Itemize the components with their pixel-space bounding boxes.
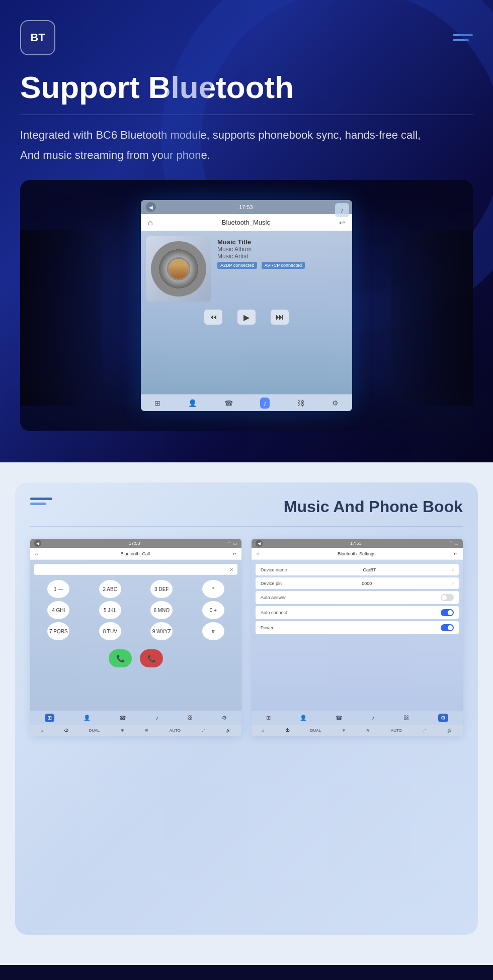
auto-answer-label: Auto answer xyxy=(261,595,286,600)
device-pin-value: 0000 xyxy=(362,581,372,586)
c-vol: 🔊 xyxy=(226,728,231,733)
call-link-icon[interactable]: ⛓ xyxy=(187,715,193,721)
bottom-section: Music And Phone Book ◀ 17:53 ⌃ ▭ ⌂ Bluet… xyxy=(0,462,493,965)
dial-key-3[interactable]: 3 DEF xyxy=(150,580,173,598)
music-player: Music Title Music Album Music Artist A2D… xyxy=(146,236,347,302)
page-title: Support Bluetooth xyxy=(20,70,473,105)
auto-connect-label: Auto connect xyxy=(261,610,287,615)
hamburger-icon[interactable] xyxy=(453,34,473,41)
s-grid-icon[interactable]: ⊞ xyxy=(266,715,271,721)
play-button[interactable]: ▶ xyxy=(237,310,256,325)
s-phone-icon[interactable]: ☎ xyxy=(336,715,343,721)
hangup-button[interactable]: 📞 xyxy=(140,649,163,667)
vinyl-center xyxy=(169,259,189,279)
car-left-panel xyxy=(20,230,102,406)
call-grid-icon[interactable]: ⊞ xyxy=(45,714,54,722)
call-back-btn[interactable]: ◀ xyxy=(34,540,41,547)
c-ac: ≋ xyxy=(145,728,148,733)
dial-key-1[interactable]: 1 — xyxy=(47,580,69,598)
device-pin-row[interactable]: Device pin 0000 › xyxy=(256,577,459,589)
phone-icon[interactable]: ☎ xyxy=(224,399,233,407)
power-toggle[interactable] xyxy=(441,624,454,631)
settings-back-icon[interactable]: ↩ xyxy=(454,551,458,556)
bottom-nav: ⊞ 👤 ☎ ♪ ⛓ ⚙ xyxy=(141,394,352,411)
call-screen: ◀ 17:53 ⌃ ▭ ⌂ Bluetooth_Call ↩ ✕ xyxy=(30,539,241,736)
contact-icon[interactable]: 👤 xyxy=(188,399,197,407)
s-music-icon[interactable]: ♪ xyxy=(372,715,375,721)
vinyl-record xyxy=(151,241,206,297)
auto-connect-toggle[interactable] xyxy=(441,609,454,616)
device-name-row[interactable]: Device name CarBT › xyxy=(256,564,459,575)
subtitle-line1: Integrated with BC6 Bluetooth module, su… xyxy=(20,129,421,141)
dial-key-8[interactable]: 8 TUV xyxy=(99,622,121,640)
power-label: Power xyxy=(261,625,274,630)
call-music-icon[interactable]: ♪ xyxy=(155,715,158,721)
settings-content: Device name CarBT › Device pin 0000 › Au… xyxy=(252,560,463,711)
auto-answer-toggle[interactable] xyxy=(441,594,454,601)
player-controls: ⏮ ▶ ⏭ xyxy=(146,306,347,329)
call-back-icon[interactable]: ↩ xyxy=(232,551,236,556)
home-icon[interactable]: ⌂ xyxy=(148,218,153,227)
subtitle-line2: And music streaming from your phone. xyxy=(20,149,210,161)
a2dp-badge: A2DP connected xyxy=(217,262,257,269)
sc-fan: ❄ xyxy=(342,728,346,733)
auto-connect-row[interactable]: Auto connect xyxy=(256,606,459,619)
dial-key-4[interactable]: 4 GHI xyxy=(47,601,69,619)
sc-power: ⏻ xyxy=(285,728,289,733)
card-title: Music And Phone Book xyxy=(284,498,463,516)
s-settings-icon-active[interactable]: ⚙ xyxy=(438,714,448,722)
link-icon[interactable]: ⛓ xyxy=(297,399,304,407)
sc-ac: ≋ xyxy=(366,728,370,733)
call-climate: ⌂ ⏻ DUAL ❄ ≋ AUTO ⇌ 🔊 xyxy=(30,725,241,736)
c-fan: ❄ xyxy=(121,728,124,733)
call-search-bar[interactable]: ✕ xyxy=(34,564,237,575)
settings-status-icons: ⌃ ▭ xyxy=(449,541,459,546)
dial-key-6[interactable]: 6 MNO xyxy=(150,601,173,619)
back-arrow-icon[interactable]: ↩ xyxy=(339,219,345,227)
screen-back-btn[interactable]: ◀ xyxy=(146,202,156,212)
sc-home: ⌂ xyxy=(262,728,265,733)
dial-key-0[interactable]: 0 + xyxy=(202,601,224,619)
answer-button[interactable]: 📞 xyxy=(109,649,132,667)
s-contact-icon[interactable]: 👤 xyxy=(300,715,307,721)
dial-key-9[interactable]: 9 WXYZ xyxy=(150,622,173,640)
prev-button[interactable]: ⏮ xyxy=(204,310,222,325)
settings-back-btn[interactable]: ◀ xyxy=(256,540,263,547)
device-pin-chevron: › xyxy=(452,580,454,586)
music-icon-active[interactable]: ♪ xyxy=(260,398,270,409)
artist-image xyxy=(169,259,189,279)
s-link-icon[interactable]: ⛓ xyxy=(403,715,409,721)
feature-card: Music And Phone Book ◀ 17:53 ⌃ ▭ ⌂ Bluet… xyxy=(15,482,478,935)
song-title: Music Title xyxy=(217,238,347,246)
settings-status-bar: ◀ 17:53 ⌃ ▭ xyxy=(252,539,463,548)
call-contact-icon[interactable]: 👤 xyxy=(84,715,91,721)
settings-home-icon[interactable]: ⌂ xyxy=(257,551,259,556)
grid-icon[interactable]: ⊞ xyxy=(154,399,160,407)
settings-icon[interactable]: ⚙ xyxy=(332,399,339,407)
dialpad: 1 — 2 ABC 3 DEF * 4 GHI 5 JKL 6 MNO 0 + … xyxy=(34,580,237,640)
auto-answer-row[interactable]: Auto answer xyxy=(256,591,459,604)
call-nav: ⌂ Bluetooth_Call ↩ xyxy=(30,548,241,560)
dial-key-star[interactable]: * xyxy=(202,580,224,598)
dial-key-5[interactable]: 5 JKL xyxy=(99,601,121,619)
call-action-buttons: 📞 📞 xyxy=(34,645,237,671)
call-nav-title: Bluetooth_Call xyxy=(120,551,150,556)
card-icon xyxy=(30,498,52,505)
title-divider xyxy=(20,115,473,115)
c-home: ⌂ xyxy=(41,728,43,733)
next-button[interactable]: ⏭ xyxy=(271,310,289,325)
dial-key-hash[interactable]: # xyxy=(202,622,224,640)
car-right-panel xyxy=(391,230,473,406)
call-home-icon[interactable]: ⌂ xyxy=(35,551,38,556)
call-phone-icon[interactable]: ☎ xyxy=(119,715,126,721)
sc-rear: ⇌ xyxy=(423,728,427,733)
call-settings-icon[interactable]: ⚙ xyxy=(222,715,227,721)
power-row[interactable]: Power xyxy=(256,621,459,634)
icon-line-1 xyxy=(30,498,52,500)
note-icon: ♪ xyxy=(335,203,349,217)
card-divider xyxy=(30,526,463,527)
dial-key-7[interactable]: 7 PQRS xyxy=(47,622,69,640)
icon-line-2 xyxy=(30,503,46,505)
search-clear-icon[interactable]: ✕ xyxy=(229,567,233,572)
dial-key-2[interactable]: 2 ABC xyxy=(99,580,121,598)
